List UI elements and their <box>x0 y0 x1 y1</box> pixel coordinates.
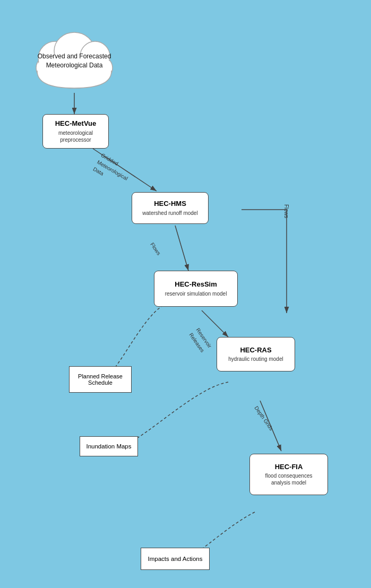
hec-fia-subtitle: flood consequencesanalysis model <box>265 472 313 486</box>
planned-release-label: Planned ReleaseSchedule <box>78 373 123 386</box>
hec-ressim-title: HEC-ResSim <box>175 280 217 289</box>
hec-metvue-subtitle: meteorologicalpreprocessor <box>58 129 93 143</box>
svg-line-7 <box>202 310 228 337</box>
hec-hms-title: HEC-HMS <box>154 200 186 209</box>
depth-grids-label: Depth Grids <box>252 404 275 433</box>
hec-ras-subtitle: hydraulic routing model <box>228 356 283 362</box>
impacts-actions-box: Impacts and Actions <box>141 548 210 570</box>
cloud-label: Observed and Forecasted Meteorological D… <box>34 52 115 70</box>
impacts-actions-label: Impacts and Actions <box>148 556 203 562</box>
hec-fia-title: HEC-FIA <box>275 463 303 472</box>
diagram-container: Observed and Forecasted Meteorological D… <box>0 0 371 588</box>
hec-hms-box: HEC-HMS watershed runoff model <box>132 192 209 224</box>
hec-ressim-box: HEC-ResSim reservoir simulation model <box>154 271 238 307</box>
hec-hms-subtitle: watershed runoff model <box>142 210 197 217</box>
inundation-maps-label: Inundation Maps <box>86 443 131 449</box>
hec-ras-box: HEC-RAS hydraulic routing model <box>217 337 295 371</box>
hec-metvue-title: HEC-MetVue <box>55 119 97 128</box>
hec-ras-title: HEC-RAS <box>240 346 271 355</box>
flows-label-2: Flows <box>283 204 289 218</box>
gridded-met-label: GriddedMeteorologicalData <box>92 151 134 189</box>
hec-metvue-box: HEC-MetVue meteorologicalpreprocessor <box>42 114 109 149</box>
svg-line-4 <box>175 226 188 271</box>
reservoir-releases-label: ReservoirReleases <box>187 326 214 354</box>
inundation-maps-box: Inundation Maps <box>80 436 138 456</box>
flows-label-1: Flows <box>149 241 162 256</box>
hec-ressim-subtitle: reservoir simulation model <box>165 290 227 297</box>
planned-release-box: Planned ReleaseSchedule <box>69 366 132 393</box>
hec-fia-box: HEC-FIA flood consequencesanalysis model <box>249 454 328 495</box>
cloud-node: Observed and Forecasted Meteorological D… <box>23 15 125 92</box>
